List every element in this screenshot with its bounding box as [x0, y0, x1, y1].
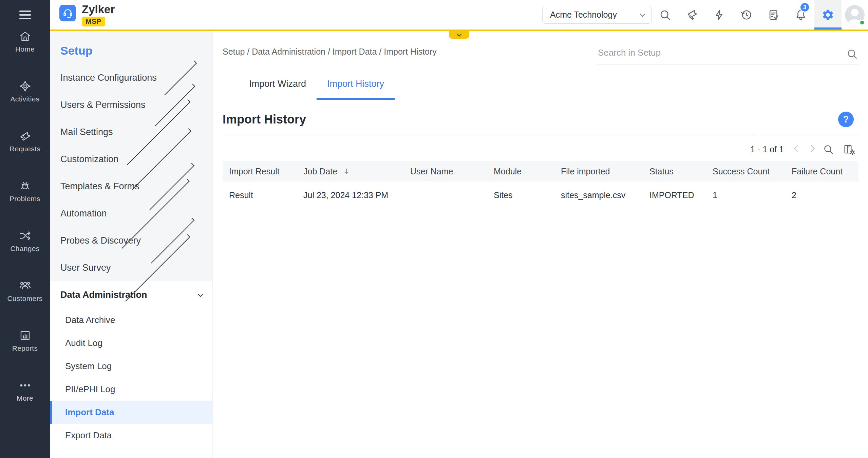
setup-search: [597, 41, 858, 64]
sidebar-item-home[interactable]: Home: [0, 30, 50, 57]
home-icon: [19, 30, 32, 43]
column-settings-icon[interactable]: [843, 143, 855, 155]
column-header-job-date[interactable]: Job Date: [303, 167, 410, 176]
top-bar: Zylker MSP Acme Technology: [50, 0, 868, 30]
sidebar-item-label: Changes: [10, 245, 39, 253]
setup-subitem-label: PII/ePHI Log: [65, 384, 115, 395]
sidebar-item-more[interactable]: More: [0, 379, 50, 406]
setup-item-label: Templates & Forms: [60, 181, 139, 192]
setup-item-instance-configurations[interactable]: Instance Configurations: [50, 64, 212, 91]
title-row: Import History ?: [223, 112, 858, 127]
column-header-module[interactable]: Module: [494, 167, 561, 176]
setup-title: Setup: [60, 44, 212, 57]
sidebar-item-reports[interactable]: Reports: [0, 329, 50, 356]
dotted-divider: [223, 135, 858, 135]
setup-subitem-system-log[interactable]: System Log: [50, 355, 212, 378]
tabs-row: Import Wizard Import History: [223, 75, 858, 100]
setup-item-users-permissions[interactable]: Users & Permissions: [50, 91, 212, 118]
setup-menu-top: Setup Instance Configurations Users & Pe…: [50, 31, 212, 281]
setup-subitem-label: Audit Log: [65, 338, 102, 348]
chevron-down-icon: [198, 291, 203, 297]
table-header-row: Import Result Job Date User Name Module …: [223, 161, 858, 182]
list-toolbar: 1 - 1 of 1: [223, 141, 858, 157]
cell-failure-count: 2: [792, 190, 858, 200]
pagination-range: 1 - 1 of 1: [750, 145, 784, 154]
chevron-down-icon: [457, 32, 461, 37]
settings-gear-icon[interactable]: [814, 0, 842, 30]
sidebar-item-changes[interactable]: Changes: [0, 229, 50, 256]
panel-divider: [50, 456, 212, 456]
brand: Zylker MSP: [59, 3, 115, 26]
column-header-file-imported[interactable]: File imported: [561, 167, 649, 176]
setup-subitem-data-archive[interactable]: Data Archive: [50, 308, 212, 331]
tab-import-wizard[interactable]: Import Wizard: [239, 75, 317, 100]
column-header-failure-count[interactable]: Failure Count: [792, 167, 858, 176]
search-icon[interactable]: [846, 48, 858, 60]
main-content: Setup / Data Administration / Import Dat…: [213, 31, 868, 458]
notifications-bell-icon[interactable]: 3: [787, 0, 814, 30]
more-dots-icon: [19, 379, 32, 392]
setup-item-user-survey[interactable]: User Survey: [50, 254, 212, 281]
sidebar-item-customers[interactable]: Customers: [0, 279, 50, 306]
reports-chart-icon: [19, 329, 32, 342]
setup-subitem-import-data[interactable]: Import Data: [50, 401, 212, 424]
org-selector-value: Acme Technology: [550, 10, 617, 20]
breadcrumb: Setup / Data Administration / Import Dat…: [223, 47, 437, 67]
setup-item-label: Mail Settings: [60, 127, 113, 137]
setup-item-label: User Survey: [60, 263, 111, 273]
history-icon[interactable]: [733, 0, 760, 30]
right-region: Zylker MSP Acme Technology: [50, 0, 868, 458]
sidebar-item-label: Requests: [10, 145, 40, 153]
sidebar-item-activities[interactable]: Activities: [0, 80, 50, 107]
customers-people-icon: [19, 279, 32, 292]
rail-nav: Home Activities Requests Problems Change…: [0, 30, 50, 429]
page-title: Import History: [223, 112, 306, 127]
problems-bug-icon: [19, 179, 32, 192]
product-name: Zylker: [82, 3, 115, 16]
setup-subitem-audit-log[interactable]: Audit Log: [50, 331, 212, 355]
setup-menu-expanded-section: Data Administration Data Archive Audit L…: [50, 281, 212, 456]
app-root: Home Activities Requests Problems Change…: [0, 0, 868, 458]
column-header-user-name[interactable]: User Name: [410, 167, 494, 176]
user-avatar[interactable]: [842, 0, 868, 30]
setup-subitem-label: Export Data: [65, 430, 112, 441]
feedback-form-icon[interactable]: [760, 0, 787, 30]
table-search-icon[interactable]: [823, 144, 834, 155]
sidebar-item-label: Home: [15, 45, 35, 53]
help-button[interactable]: ?: [838, 112, 854, 127]
column-header-status[interactable]: Status: [649, 167, 713, 176]
cell-job-date: Jul 23, 2024 12:33 PM: [303, 190, 410, 200]
pagination-next-button[interactable]: [809, 146, 814, 152]
online-status-dot: [859, 20, 865, 25]
sidebar-item-label: More: [17, 394, 33, 402]
breadcrumb-row: Setup / Data Administration / Import Dat…: [223, 41, 858, 67]
cell-module: Sites: [494, 190, 561, 200]
setup-subitem-pii-ephi-log[interactable]: PII/ePHI Log: [50, 378, 212, 401]
table-row[interactable]: Result Jul 23, 2024 12:33 PM Sites sites…: [223, 182, 858, 209]
search-in-setup-input[interactable]: [598, 47, 835, 58]
requests-ticket-icon: [19, 130, 32, 142]
setup-panel: Setup Instance Configurations Users & Pe…: [50, 31, 213, 458]
setup-item-probes-discovery[interactable]: Probes & Discovery: [50, 227, 212, 254]
cell-import-result: Result: [229, 190, 303, 200]
tab-import-history[interactable]: Import History: [317, 75, 395, 100]
notification-count-badge: 3: [799, 2, 810, 13]
pagination-prev-button[interactable]: [795, 146, 800, 152]
column-header-import-result[interactable]: Import Result: [229, 167, 303, 176]
changes-shuffle-icon: [19, 229, 32, 242]
org-selector[interactable]: Acme Technology: [542, 6, 652, 24]
quick-actions-icon[interactable]: [706, 0, 733, 30]
setup-subitem-export-data[interactable]: Export Data: [50, 424, 212, 447]
search-icon[interactable]: [652, 0, 679, 30]
add-request-icon[interactable]: [679, 0, 706, 30]
collapse-header-tab[interactable]: [449, 31, 469, 39]
sidebar-item-label: Activities: [11, 95, 40, 103]
sidebar-item-problems[interactable]: Problems: [0, 179, 50, 207]
sidebar-item-label: Problems: [10, 195, 40, 203]
hamburger-icon[interactable]: [15, 7, 35, 22]
sort-desc-icon: [342, 167, 351, 176]
column-header-success-count[interactable]: Success Count: [713, 167, 792, 176]
header-divider: [50, 30, 868, 31]
sidebar-item-requests[interactable]: Requests: [0, 130, 50, 157]
setup-item-label: Customization: [60, 154, 118, 165]
